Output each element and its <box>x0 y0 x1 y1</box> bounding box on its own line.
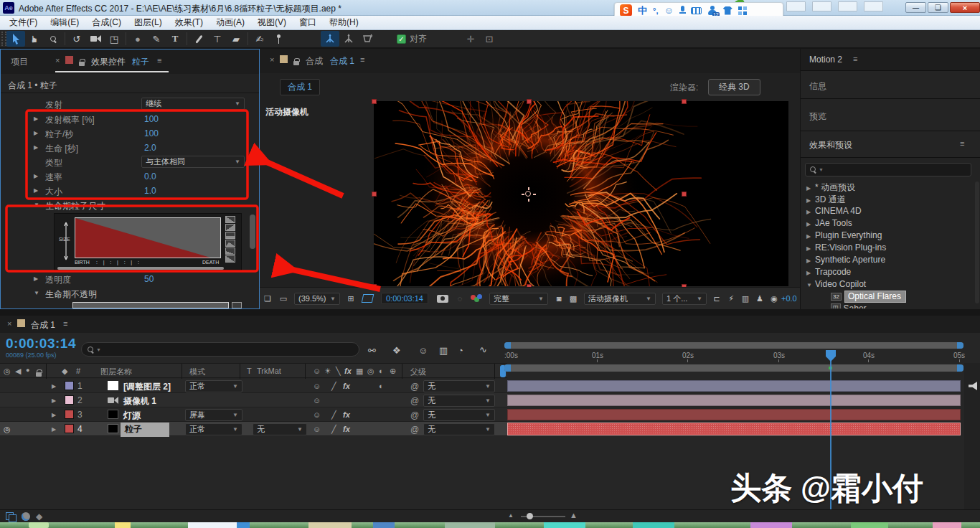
layer-name[interactable]: 灯源 <box>123 410 141 422</box>
graph-editor-icon[interactable]: ∿ <box>479 345 487 354</box>
trkmat-column[interactable]: TrkMat <box>257 367 281 375</box>
emission-dropdown[interactable]: 继续▼ <box>141 98 245 110</box>
expander-icon[interactable]: ▶ <box>34 275 42 282</box>
probability-value[interactable]: 100 <box>144 114 159 124</box>
menu-composition[interactable]: 合成(C) <box>85 16 128 29</box>
tree-item-plugin-everything[interactable]: ▶Plugin Everything <box>806 230 882 240</box>
preview-panel-header[interactable]: 预览 <box>801 99 980 131</box>
ime-punct-toggle[interactable]: °, <box>653 6 658 15</box>
navigator-end-handle[interactable] <box>957 364 963 372</box>
taskbar-item[interactable] <box>544 522 585 528</box>
tree-item-revision[interactable]: ▶RE:Vision Plug-ins <box>806 242 886 253</box>
selection-handle[interactable] <box>527 99 532 104</box>
time-ruler[interactable]: :00s 01s 02s 03s 04s 05s <box>500 350 974 363</box>
panel-menu-icon[interactable]: ≡ <box>157 56 161 65</box>
layer-bar-4-selected[interactable] <box>507 423 961 435</box>
tree-item-3d-channel[interactable]: ▶3D 通道 <box>806 194 846 206</box>
snap-checkbox[interactable]: ✓ <box>397 34 406 44</box>
toolbar-grip[interactable] <box>1 32 6 46</box>
layer-mode-dropdown[interactable]: 正常▼ <box>185 423 242 435</box>
show-snapshot-icon[interactable]: ▭ <box>275 295 291 303</box>
expander-icon[interactable]: ▶ <box>34 130 42 136</box>
expander-icon[interactable]: ▶ <box>34 144 42 151</box>
shape-tool[interactable]: ● <box>128 31 147 47</box>
show-last-snapshot-icon[interactable]: ◌ <box>453 295 467 303</box>
layer-label-chip[interactable] <box>65 424 74 433</box>
region-of-interest-icon[interactable]: ◙ <box>552 295 566 303</box>
tree-item-video-copilot[interactable]: ▼Video Copilot <box>806 279 866 289</box>
info-panel-header[interactable]: 信息 <box>801 71 980 99</box>
keyboard-icon[interactable] <box>691 7 702 14</box>
group-opacity-over-life[interactable]: ▼ 生命期不透明 <box>1 286 248 301</box>
effects-presets-header[interactable]: 效果和预设 ≡ <box>801 131 980 158</box>
skin-icon[interactable] <box>723 6 732 15</box>
taskbar-item[interactable] <box>188 522 250 528</box>
channel-icon[interactable] <box>471 294 482 303</box>
tab-close-icon[interactable]: × <box>270 55 274 64</box>
particles-sec-value[interactable]: 100 <box>144 128 159 138</box>
panel-menu-icon[interactable]: ≡ <box>360 55 364 64</box>
minimize-button[interactable]: — <box>905 2 926 13</box>
selection-handle[interactable] <box>682 99 687 104</box>
tree-item-optical-flares[interactable]: 32 Optical Flares <box>831 291 906 303</box>
layer-expander-icon[interactable]: ▶ <box>52 383 60 390</box>
selection-handle[interactable] <box>372 192 377 197</box>
video-eye-toggle[interactable]: ◎ <box>4 425 11 434</box>
tree-item-synthetic-aperture[interactable]: ▶Synthetic Aperture <box>806 255 885 265</box>
tab-motion2[interactable]: Motion 2 <box>809 55 842 65</box>
menu-edit[interactable]: 编辑(E) <box>44 16 85 29</box>
name-column[interactable]: 图层名称 <box>100 367 132 377</box>
mask-visibility-icon[interactable]: ✛ <box>461 31 480 47</box>
shy-toggle[interactable]: ☺ <box>313 382 321 390</box>
axis-world-tool[interactable] <box>339 31 358 47</box>
layer-mode-dropdown[interactable]: 正常▼ <box>185 380 242 392</box>
resolution-dropdown[interactable]: 完整▼ <box>489 293 548 305</box>
fx-toggle[interactable]: fx <box>343 382 350 390</box>
parent-dropdown[interactable]: 无▼ <box>423 395 495 407</box>
eraser-tool[interactable]: ▰ <box>227 31 245 47</box>
exposure-reset-icon[interactable]: ◉ <box>767 295 781 303</box>
taskbar-item[interactable] <box>633 522 674 528</box>
taskbar-item[interactable] <box>851 522 888 528</box>
layer-expander-icon[interactable]: ▶ <box>52 412 60 418</box>
panel-scrollbar[interactable] <box>250 214 255 249</box>
fx-toggle[interactable]: fx <box>343 425 350 433</box>
taskbar-start[interactable] <box>29 522 49 528</box>
navigator-start-handle[interactable] <box>504 364 511 372</box>
timeline-search-input[interactable]: ▼ <box>81 342 359 357</box>
comp-name-chip[interactable]: 合成 1 <box>280 79 320 95</box>
zoom-in-mountain-icon[interactable]: ▲ <box>570 512 578 519</box>
emoji-icon[interactable]: ☺ <box>664 6 673 15</box>
tab-close-icon[interactable]: × <box>55 56 60 65</box>
work-area-end-handle[interactable] <box>957 342 963 349</box>
layer-label-chip[interactable] <box>65 410 74 419</box>
shy-toggle[interactable]: ☺ <box>313 425 321 433</box>
timeline-jump-icon[interactable]: ▥ <box>738 295 753 303</box>
transparency-grid-icon[interactable]: ▩ <box>566 295 580 303</box>
view-layout-dropdown[interactable]: 1 个...▼ <box>662 293 707 305</box>
parent-column[interactable]: 父级 <box>410 367 426 377</box>
menu-layer[interactable]: 图层(L) <box>128 16 169 29</box>
hide-shy-icon[interactable]: ☺ <box>418 346 428 355</box>
parent-pickwhip-icon[interactable]: @ <box>410 382 419 392</box>
work-area-bar[interactable] <box>504 342 963 349</box>
axis-local-tool[interactable] <box>321 31 339 47</box>
panel-menu-icon[interactable]: ≡ <box>853 55 857 63</box>
effects-search-input[interactable]: ▼ <box>805 163 971 176</box>
timeline-navigator-bar[interactable] <box>504 364 963 372</box>
graph-presets[interactable] <box>225 216 235 263</box>
menu-animation[interactable]: 动画(A) <box>209 16 251 29</box>
roto-brush-tool[interactable]: ✍ <box>250 31 269 47</box>
ime-lang-toggle[interactable]: 中 <box>638 4 647 17</box>
tab-project[interactable]: 项目 <box>11 56 28 68</box>
layer-mode-dropdown[interactable]: 屏幕▼ <box>185 409 242 421</box>
close-button[interactable]: × <box>950 2 980 13</box>
brush-tool[interactable] <box>189 31 208 47</box>
tree-item-cinema4d[interactable]: ▶CINEMA 4D <box>806 206 862 216</box>
renderer-button[interactable]: 经典 3D <box>708 79 760 95</box>
layer-row-1[interactable]: ▶ 1 [调整图层 2] 正常▼ ☺ ╱ fx ◐ @ 无▼ <box>0 379 507 393</box>
snapshot-icon[interactable]: ❏ <box>260 295 275 303</box>
exposure-value[interactable]: +0.0 <box>781 294 797 303</box>
layer-name[interactable]: 摄像机 1 <box>123 395 156 407</box>
layer-expander-icon[interactable]: ▶ <box>52 397 60 404</box>
